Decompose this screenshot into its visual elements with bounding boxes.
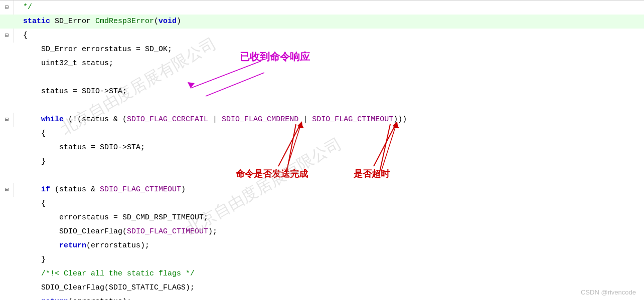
- code-text-5: uint32_t status;: [15, 57, 113, 71]
- code-text-9: while (!(status & (SDIO_FLAG_CCRCFAIL | …: [15, 113, 407, 127]
- code-text-11: status = SDIO->STA;: [15, 141, 145, 155]
- code-line: return(errorstatus);: [0, 295, 644, 300]
- gutter-9[interactable]: ⊟: [0, 113, 14, 127]
- code-text-12: }: [15, 155, 46, 169]
- code-line: status = SDIO->STA;: [0, 85, 644, 99]
- code-area: ⊟*/static SD_Error CmdResp3Error(void)⊟{…: [0, 0, 644, 300]
- code-text-6: [15, 71, 28, 85]
- code-text-8: [15, 99, 28, 113]
- csdn-watermark-text: CSDN @rivencode: [581, 288, 636, 296]
- code-text-7: status = SDIO->STA;: [15, 85, 127, 99]
- code-line: return(errorstatus);: [0, 239, 644, 253]
- code-line: status = SDIO->STA;: [0, 141, 644, 155]
- code-container: ⊟*/static SD_Error CmdResp3Error(void)⊟{…: [0, 0, 644, 300]
- code-text-20: /*!< Clear all the static flags */: [15, 267, 195, 281]
- code-text-21: SDIO_ClearFlag(SDIO_STATIC_FLAGS);: [15, 281, 195, 295]
- code-line: uint32_t status;: [0, 57, 644, 71]
- code-text-4: SD_Error errorstatus = SD_OK;: [15, 43, 172, 57]
- code-text-14: if (status & SDIO_FLAG_CTIMEOUT): [15, 183, 186, 197]
- code-line: [0, 71, 644, 85]
- code-text-19: }: [15, 253, 46, 267]
- code-line: ⊟*/: [0, 0, 644, 15]
- code-line: }: [0, 253, 644, 267]
- csdn-watermark: CSDN @rivencode: [581, 288, 636, 296]
- code-line: ⊟ while (!(status & (SDIO_FLAG_CCRCFAIL …: [0, 113, 644, 127]
- code-text-16: errorstatus = SD_CMD_RSP_TIMEOUT;: [15, 211, 208, 225]
- gutter-3[interactable]: ⊟: [0, 29, 14, 43]
- code-text-18: return(errorstatus);: [15, 239, 149, 253]
- code-line: }: [0, 155, 644, 169]
- code-line: {: [0, 197, 644, 211]
- code-line: errorstatus = SD_CMD_RSP_TIMEOUT;: [0, 211, 644, 225]
- code-line: {: [0, 127, 644, 141]
- code-line: SDIO_ClearFlag(SDIO_FLAG_CTIMEOUT);: [0, 225, 644, 239]
- code-line: SDIO_ClearFlag(SDIO_STATIC_FLAGS);: [0, 281, 644, 295]
- code-text-1: */: [15, 1, 32, 15]
- code-line: [0, 99, 644, 113]
- code-text-17: SDIO_ClearFlag(SDIO_FLAG_CTIMEOUT);: [15, 225, 217, 239]
- code-text-13: [15, 169, 28, 183]
- code-text-2: static SD_Error CmdResp3Error(void): [15, 15, 181, 29]
- code-line: SD_Error errorstatus = SD_OK;: [0, 43, 644, 57]
- code-line: ⊟{: [0, 29, 644, 43]
- code-text-22: return(errorstatus);: [15, 295, 131, 300]
- code-line: ⊟ if (status & SDIO_FLAG_CTIMEOUT): [0, 183, 644, 197]
- code-text-15: {: [15, 197, 46, 211]
- code-line: [0, 169, 644, 183]
- code-line: /*!< Clear all the static flags */: [0, 267, 644, 281]
- code-text-3: {: [15, 29, 28, 43]
- gutter-14[interactable]: ⊟: [0, 183, 14, 197]
- code-lines-wrapper: ⊟*/static SD_Error CmdResp3Error(void)⊟{…: [0, 0, 644, 300]
- code-line: static SD_Error CmdResp3Error(void): [0, 15, 644, 29]
- gutter-1[interactable]: ⊟: [0, 1, 14, 15]
- code-text-10: {: [15, 127, 46, 141]
